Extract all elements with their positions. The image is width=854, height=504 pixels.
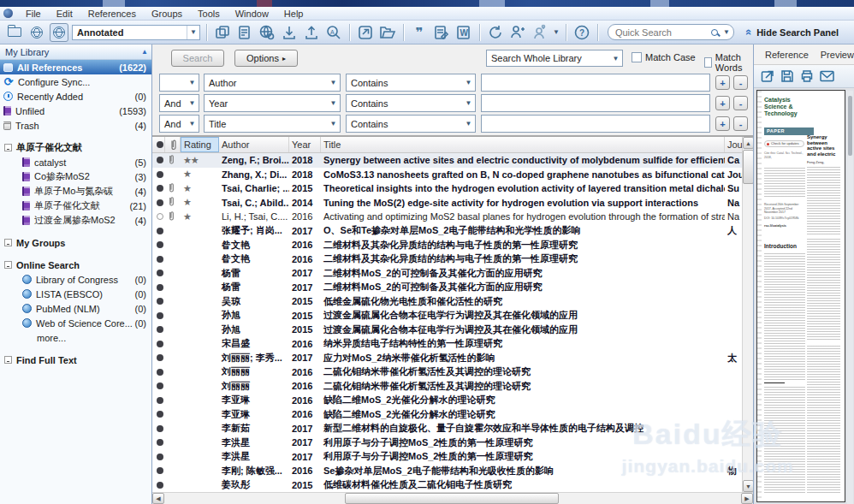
integrated-library-mode-icon[interactable]: [50, 23, 68, 42]
rating-stars[interactable]: ★: [181, 183, 219, 194]
sidebar-item[interactable]: Find Full Text: [0, 353, 151, 367]
read-status[interactable]: [152, 226, 165, 236]
read-status[interactable]: [152, 240, 165, 250]
remove-criteria-button[interactable]: -: [733, 75, 748, 90]
options-button[interactable]: Options ▸: [234, 50, 298, 67]
rating-stars[interactable]: ★: [181, 197, 219, 208]
search-field-select[interactable]: Author ▼: [204, 74, 341, 92]
share-library-icon[interactable]: [508, 23, 527, 42]
sidebar-item[interactable]: 过渡金属掺杂MoS2 (4): [0, 213, 151, 228]
copy-to-local-library-icon[interactable]: [213, 23, 232, 42]
boolean-operator-select[interactable]: And ▼: [159, 115, 199, 133]
format-bibliography-icon[interactable]: [432, 23, 451, 42]
scroll-right-button[interactable]: ▶: [741, 493, 753, 504]
print-icon[interactable]: [800, 69, 814, 83]
reference-row[interactable]: 杨雷 2017 二维材料MoS_2的可控制备及其催化方面的应用研究: [152, 266, 753, 281]
sidebar-item[interactable]: Library of Congress (0): [0, 272, 151, 287]
sidebar-item[interactable]: My Groups: [0, 235, 151, 250]
search-term-input[interactable]: [481, 94, 710, 112]
read-status[interactable]: [152, 409, 165, 419]
reference-row[interactable]: 昝文艳 2016 二维材料及其杂化异质结的结构与电子性质的第一性原理研究: [152, 238, 753, 252]
rating-stars[interactable]: ★★: [181, 155, 219, 166]
reference-row[interactable]: 刘丽丽 2016 二硫化钼纳米带催化析氢活性及其调控的理论研究: [152, 379, 753, 394]
save-icon[interactable]: [780, 69, 794, 83]
sidebar-item[interactable]: Trash (4): [0, 118, 151, 133]
find-full-text-icon[interactable]: A: [324, 23, 343, 42]
horizontal-scrollbar[interactable]: ◀ ▶: [152, 492, 753, 504]
boolean-operator-select[interactable]: ▼: [159, 74, 199, 92]
remove-criteria-button[interactable]: -: [733, 96, 748, 110]
read-status[interactable]: [152, 311, 165, 321]
match-case-checkbox[interactable]: [632, 52, 642, 62]
search-scope-select[interactable]: Search Whole Library ▼: [486, 50, 623, 67]
output-style-select[interactable]: Annotated ▼: [72, 25, 200, 40]
reference-row[interactable]: 姜玖彤 2015 低维碳材料催化性质及二硫化钼电子性质研究: [152, 478, 753, 493]
activity-feed-icon[interactable]: [531, 23, 549, 42]
reference-row[interactable]: 李亚琳 2016 缺陷二维MoS_2光催化分解水的理论研究: [152, 407, 753, 422]
search-term-input[interactable]: [481, 74, 710, 92]
open-link-icon[interactable]: [356, 23, 375, 42]
sidebar-item[interactable]: more...: [0, 330, 151, 345]
search-button[interactable]: Search: [171, 50, 224, 67]
read-status[interactable]: [152, 452, 165, 462]
tab-preview[interactable]: Preview: [815, 44, 854, 64]
add-criteria-button[interactable]: +: [715, 75, 730, 90]
read-status[interactable]: [152, 324, 165, 335]
read-status[interactable]: [152, 268, 165, 278]
year-column-header[interactable]: Year: [289, 137, 321, 152]
comparator-select[interactable]: Contains ▼: [346, 74, 476, 92]
reference-row[interactable]: ★★ Zeng, F.; Broi... 2018 Synergy betwee…: [152, 153, 753, 168]
quick-search-input[interactable]: [615, 27, 711, 38]
search-field-select[interactable]: Year ▼: [204, 94, 341, 112]
rating-stars[interactable]: ★: [181, 211, 219, 222]
menu-item[interactable]: File: [18, 9, 49, 19]
sidebar-item[interactable]: Online Search: [0, 258, 151, 272]
boolean-operator-select[interactable]: And ▼: [159, 94, 199, 112]
sidebar-item[interactable]: 单原子催化文献 (21): [0, 199, 151, 213]
reference-row[interactable]: 宋昌盛 2016 纳米异质结电子结构特性的第一性原理研究: [152, 337, 753, 352]
reference-row[interactable]: 杨雷 2017 二维材料MoS_2的可控制备及其催化方面的应用研究: [152, 281, 753, 295]
reference-row[interactable]: 张耀予; 肖岗... 2017 O、Se和Te掺杂对单层MoS_2电子能带结构和…: [152, 224, 753, 239]
reference-row[interactable]: 孙旭 2015 过渡金属硫属化合物本征电学行为调控及其在催化领域的应用: [152, 323, 753, 337]
comparator-select[interactable]: Contains ▼: [346, 94, 476, 112]
read-status[interactable]: [152, 169, 165, 180]
reference-row[interactable]: 孙旭 2015 过渡金属硫属化合物本征电学行为调控及其在催化领域的应用: [152, 309, 753, 323]
sidebar-item[interactable]: All References (1622): [0, 60, 151, 74]
reference-row[interactable]: ★ Zhang, X.; Di... 2018 CoMoS3.13 nanosh…: [152, 168, 753, 182]
read-status[interactable]: [152, 155, 165, 165]
chevron-down-icon[interactable]: ▼: [723, 28, 730, 36]
sidebar-item[interactable]: catalyst (5): [0, 155, 151, 169]
reference-row[interactable]: 李洪星 2017 利用原子与分子调控MoS_2性质的第一性原理研究: [152, 450, 753, 465]
local-library-mode-icon[interactable]: [5, 23, 24, 42]
add-criteria-button[interactable]: +: [715, 96, 730, 110]
menu-item[interactable]: Tools: [190, 9, 228, 19]
read-status[interactable]: [152, 367, 165, 377]
menu-item[interactable]: References: [80, 9, 144, 19]
import-icon[interactable]: [280, 23, 299, 42]
read-status[interactable]: [152, 465, 165, 476]
read-status[interactable]: [152, 339, 165, 349]
match-words-checkbox[interactable]: [704, 57, 712, 68]
vertical-scrollbar[interactable]: ▲ ▼: [742, 137, 753, 492]
new-reference-icon[interactable]: [235, 23, 254, 42]
read-status[interactable]: [152, 198, 165, 208]
tab-reference[interactable]: Reference: [759, 44, 815, 64]
sidebar-item[interactable]: 单原子Mo与氮杂碳 (4): [0, 184, 151, 199]
read-column-header[interactable]: [152, 137, 165, 152]
export-icon[interactable]: [302, 23, 321, 42]
cite-while-you-write-icon[interactable]: W: [454, 23, 473, 42]
reference-row[interactable]: 刘丽丽; 李秀... 2017 应力对MoS_2纳米带催化析氢活性的影响 太: [152, 351, 753, 365]
author-column-header[interactable]: Author: [219, 137, 289, 152]
read-status[interactable]: [152, 381, 165, 391]
online-search-icon[interactable]: [258, 23, 276, 42]
add-criteria-button[interactable]: +: [715, 116, 730, 131]
search-icon[interactable]: [711, 29, 718, 36]
sidebar-item[interactable]: LISTA (EBSCO) (0): [0, 287, 151, 301]
read-status[interactable]: [152, 296, 165, 306]
reference-row[interactable]: 刘丽丽 2016 二硫化钼纳米带催化析氢活性及其调控的理论研究: [152, 365, 753, 380]
sidebar-item[interactable]: Web of Science Core... (0): [0, 316, 151, 330]
chevron-down-icon[interactable]: ▼: [187, 26, 199, 39]
scrollbar-thumb[interactable]: [345, 493, 559, 504]
menu-item[interactable]: Window: [228, 9, 276, 19]
read-status[interactable]: [152, 437, 165, 448]
